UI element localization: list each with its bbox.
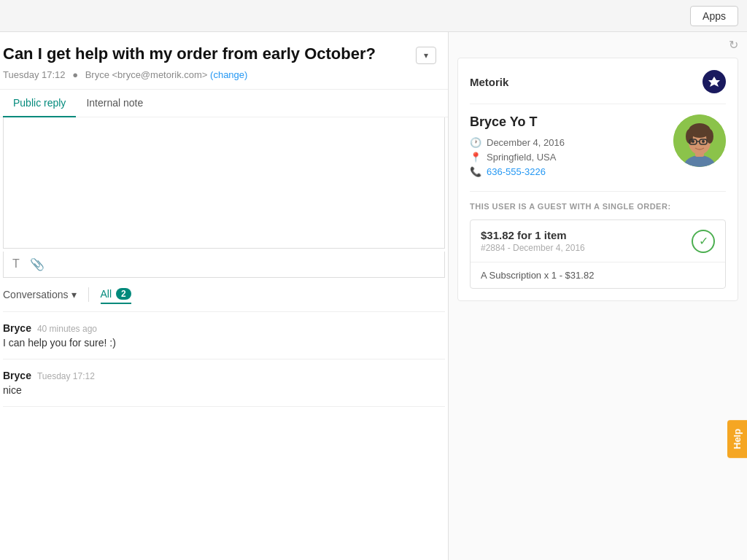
meta-email: Bryce <bryce@metorik.com>: [85, 69, 208, 80]
meta-bullet: ●: [72, 69, 78, 80]
conversations-filter-label[interactable]: Conversations ▾: [3, 289, 88, 300]
conversation-title: Can I get help with my order from early …: [3, 44, 409, 65]
conversation-meta: Tuesday 17:12 ● Bryce <bryce@metorik.com…: [3, 69, 436, 80]
attach-icon[interactable]: 📎: [30, 257, 44, 271]
message-text-1: I can help you for sure! :): [3, 337, 445, 349]
clock-icon: 🕐: [470, 137, 481, 148]
reply-area: T 📎: [0, 117, 448, 278]
message-author-1: Bryce: [3, 322, 31, 334]
reply-textarea[interactable]: [3, 117, 445, 249]
svg-point-10: [692, 140, 694, 143]
filter-tab-all[interactable]: All 2: [101, 285, 131, 304]
message-author-row-2: Bryce Tuesday 17:12: [3, 370, 445, 381]
order-main: $31.82 for 1 item #2884 - December 4, 20…: [471, 220, 725, 262]
phone-number[interactable]: 636-555-3226: [487, 166, 546, 177]
message-time-1: 40 minutes ago: [37, 324, 97, 334]
guest-section: THIS USER IS A GUEST WITH A SINGLE ORDER…: [470, 202, 726, 289]
reply-tabs: Public reply Internal note: [0, 90, 448, 117]
metorik-logo-icon: [708, 75, 721, 88]
metorik-title: Metorik: [470, 76, 508, 88]
phone-icon: 📞: [470, 166, 481, 177]
conv-filter-row: Conversations ▾ All 2: [3, 278, 445, 312]
order-card: $31.82 for 1 item #2884 - December 4, 20…: [470, 219, 726, 289]
chevron-button[interactable]: ▾: [416, 47, 436, 64]
main-layout: Can I get help with my order from early …: [0, 32, 747, 560]
conv-title-row: Can I get help with my order from early …: [3, 44, 436, 65]
right-panel: ↻ Metorik Bryce Yo T 🕐 December 4, 201: [449, 32, 747, 560]
message-author-row: Bryce 40 minutes ago: [3, 322, 445, 334]
metorik-card: Metorik Bryce Yo T 🕐 December 4, 2016: [457, 58, 738, 301]
right-panel-top: ↻: [449, 32, 747, 58]
user-avatar: [673, 114, 726, 167]
left-panel: Can I get help with my order from early …: [0, 32, 449, 560]
location-icon: 📍: [470, 152, 481, 163]
user-name: Bryce Yo T: [470, 114, 673, 130]
svg-point-11: [702, 140, 705, 143]
user-location: 📍 Springfield, USA: [470, 152, 673, 163]
avatar-image: [673, 114, 726, 167]
all-badge: 2: [116, 288, 131, 300]
user-phone: 📞 636-555-3226: [470, 166, 673, 177]
guest-label: THIS USER IS A GUEST WITH A SINGLE ORDER…: [470, 202, 726, 211]
help-button[interactable]: Help: [727, 420, 747, 458]
text-format-icon[interactable]: T: [12, 257, 20, 271]
order-item: A Subscription x 1 - $31.82: [471, 262, 725, 288]
metorik-logo: [703, 70, 726, 93]
order-id: #2884 - December 4, 2016: [481, 243, 585, 253]
apps-button[interactable]: Apps: [690, 6, 738, 26]
order-check-icon: ✓: [692, 230, 715, 253]
message-author-2: Bryce: [3, 370, 31, 381]
filter-tab-all-label: All: [101, 288, 112, 300]
message-item: Bryce 40 minutes ago I can help you for …: [3, 312, 445, 359]
tab-internal-note[interactable]: Internal note: [76, 90, 153, 117]
top-bar: Apps: [0, 0, 747, 32]
conversations-section: Conversations ▾ All 2 Bryce 40 minutes a…: [0, 278, 448, 560]
filter-divider: [88, 287, 89, 302]
reply-toolbar: T 📎: [3, 252, 445, 278]
conversation-header: Can I get help with my order from early …: [0, 32, 448, 90]
user-profile: Bryce Yo T 🕐 December 4, 2016 📍 Springfi…: [470, 114, 726, 192]
user-date: 🕐 December 4, 2016: [470, 137, 673, 148]
order-details: $31.82 for 1 item #2884 - December 4, 20…: [481, 229, 585, 253]
message-item-2: Bryce Tuesday 17:12 nice: [3, 359, 445, 407]
order-amount: $31.82 for 1 item: [481, 229, 585, 241]
message-text-2: nice: [3, 384, 445, 396]
message-time-2: Tuesday 17:12: [37, 371, 95, 381]
metorik-header: Metorik: [470, 70, 726, 104]
meta-date: Tuesday 17:12: [3, 69, 66, 80]
refresh-icon[interactable]: ↻: [729, 38, 738, 52]
change-link[interactable]: (change): [210, 69, 247, 80]
tab-public-reply[interactable]: Public reply: [3, 90, 76, 117]
user-info: Bryce Yo T 🕐 December 4, 2016 📍 Springfi…: [470, 114, 673, 181]
